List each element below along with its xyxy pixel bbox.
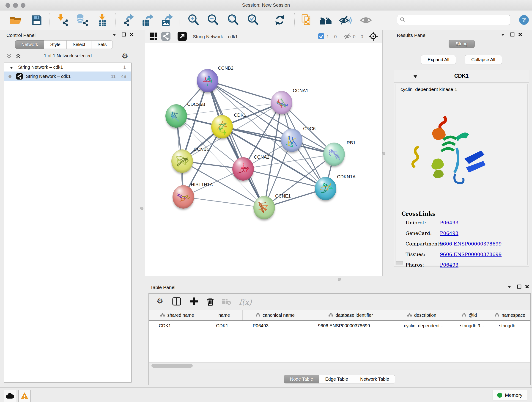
add-column-icon[interactable] xyxy=(188,296,200,307)
zoom-in-icon[interactable] xyxy=(187,13,200,27)
panel-float-icon[interactable] xyxy=(516,284,522,290)
collection-count: 1 xyxy=(123,63,126,71)
column-header-name[interactable]: name xyxy=(206,310,243,320)
column-header-namespace[interactable]: namespace xyxy=(489,310,530,320)
select-columns-icon[interactable] xyxy=(171,296,183,307)
export-network-icon[interactable] xyxy=(122,13,135,27)
collection-expand-icon[interactable] xyxy=(9,64,13,72)
table-row[interactable]: CDK1CDK1P064939606.ENSP00000378699cyclin… xyxy=(149,321,530,331)
search-bar[interactable] xyxy=(397,15,510,25)
tab-sets[interactable]: Sets xyxy=(91,40,113,49)
toolbar-separator xyxy=(179,13,179,27)
tab-node-table[interactable]: Node Table xyxy=(284,375,319,383)
hide-selected-icon[interactable] xyxy=(339,13,352,27)
zoom-out-icon[interactable] xyxy=(206,13,220,27)
divider-handle[interactable] xyxy=(140,207,143,210)
network-node-CCNB1[interactable] xyxy=(171,149,193,173)
panel-float-icon[interactable] xyxy=(121,32,127,38)
network-node-CDC6[interactable] xyxy=(281,128,302,152)
scrollbar-thumb[interactable] xyxy=(152,364,193,368)
panel-close-icon[interactable] xyxy=(517,32,523,38)
search-icon xyxy=(399,17,405,23)
cloud-status-button[interactable] xyxy=(4,390,16,402)
show-eye-icon[interactable] xyxy=(359,13,373,27)
network-node-CCNE1[interactable] xyxy=(253,196,275,219)
column-header-database-identifier[interactable]: database identifier xyxy=(308,310,394,320)
tab-network[interactable]: Network xyxy=(15,40,44,49)
clone-network-icon[interactable] xyxy=(300,13,313,27)
column-header-shared-name[interactable]: shared name xyxy=(149,310,206,320)
memory-button[interactable]: Memory xyxy=(493,390,527,400)
tab-network-table[interactable]: Network Table xyxy=(354,375,395,383)
table-hscrollbar[interactable] xyxy=(149,362,530,369)
network-node-CDK1[interactable] xyxy=(211,115,233,138)
crosslink-link[interactable]: 9606.ENSP00000378699 xyxy=(440,241,501,247)
import-table-icon[interactable] xyxy=(96,13,109,27)
entry-scrollbar[interactable] xyxy=(396,261,403,264)
column-header-description[interactable]: description xyxy=(394,310,450,320)
tab-edge-table[interactable]: Edge Table xyxy=(319,375,354,383)
network-node-CCNA1[interactable] xyxy=(271,91,292,114)
column-label: name xyxy=(218,313,230,318)
network-canvas[interactable]: CCNB2CCNA1CDC25BCDK1CDC6RB1CCNB1CCNA2CDK… xyxy=(145,30,382,263)
panel-menu-icon[interactable] xyxy=(506,284,512,290)
node-label: RB1 xyxy=(347,140,355,146)
crosslink-row: GeneCard:P06493 xyxy=(405,230,525,241)
panel-menu-icon[interactable] xyxy=(500,32,506,38)
delete-column-icon[interactable] xyxy=(205,296,216,307)
panel-close-icon[interactable] xyxy=(524,284,530,290)
warning-icon xyxy=(20,392,29,400)
divider-handle[interactable] xyxy=(338,278,341,281)
import-network-file-icon[interactable] xyxy=(56,13,69,27)
tab-style[interactable]: Style xyxy=(44,40,66,49)
crosslinks-title: CrossLinks xyxy=(401,211,435,217)
table-cell: P06493 xyxy=(243,321,308,331)
export-image-icon[interactable] xyxy=(161,13,174,27)
network-options-gear-icon[interactable]: ⚙ xyxy=(122,52,128,60)
export-table-icon[interactable] xyxy=(141,13,154,27)
tab-select[interactable]: Select xyxy=(66,40,92,49)
tab-string[interactable]: String xyxy=(449,40,475,48)
table-options-gear-icon[interactable]: ⚙ xyxy=(154,297,166,308)
entry-header[interactable]: CDK1 xyxy=(394,70,529,83)
column-header-canonical-name[interactable]: canonical name xyxy=(243,310,308,320)
network-node-CCNA2[interactable] xyxy=(232,157,254,181)
search-input[interactable] xyxy=(405,17,505,23)
table-cell: CDK1 xyxy=(149,321,206,331)
table-body: CDK1CDK1P064939606.ENSP00000378699cyclin… xyxy=(149,321,530,362)
svg-text:?: ? xyxy=(522,16,526,23)
network-collection-row[interactable]: String Network – cdk1 1 xyxy=(4,63,131,71)
panel-menu-icon[interactable] xyxy=(111,32,117,38)
save-session-icon[interactable] xyxy=(30,13,43,27)
network-row-selected[interactable]: String Network – cdk1 11 48 xyxy=(4,71,131,81)
refresh-icon[interactable] xyxy=(273,13,286,27)
warnings-button[interactable] xyxy=(18,390,31,402)
network-node-RB1[interactable] xyxy=(323,143,345,166)
protein-thumbnail xyxy=(171,149,193,173)
crosslink-link[interactable]: P06493 xyxy=(440,262,458,268)
help-button[interactable]: ? xyxy=(519,15,532,28)
expand-all-button[interactable]: Expand All xyxy=(421,55,456,64)
import-network-database-icon[interactable] xyxy=(76,13,89,27)
collapse-all-button[interactable]: Collapse All xyxy=(465,55,502,64)
current-network-dot-icon xyxy=(8,75,12,78)
crosslink-link[interactable]: 9606.ENSP00000378699 xyxy=(440,252,501,257)
results-panel-title: Results Panel xyxy=(397,32,427,38)
network-node-HIST1H1A[interactable] xyxy=(172,185,194,209)
zoom-selected-icon[interactable] xyxy=(247,13,260,27)
panel-close-icon[interactable] xyxy=(129,32,135,38)
zoom-fit-icon[interactable] xyxy=(227,13,240,27)
divider-handle[interactable] xyxy=(382,152,385,155)
network-node-CDKN1A[interactable] xyxy=(315,177,336,200)
panel-float-icon[interactable] xyxy=(510,32,515,38)
protein-thumbnail xyxy=(232,157,254,181)
home-overview-icon[interactable] xyxy=(319,13,332,27)
network-node-CCNB2[interactable] xyxy=(197,69,218,92)
network-node-CDC25B[interactable] xyxy=(165,104,187,128)
results-actions: Expand All Collapse All xyxy=(394,51,529,68)
open-session-icon[interactable] xyxy=(9,13,22,27)
column-label: namespace xyxy=(501,313,525,318)
column-header--id[interactable]: @id xyxy=(450,310,489,320)
crosslink-link[interactable]: P06493 xyxy=(440,230,458,236)
crosslink-link[interactable]: P06493 xyxy=(440,220,458,225)
